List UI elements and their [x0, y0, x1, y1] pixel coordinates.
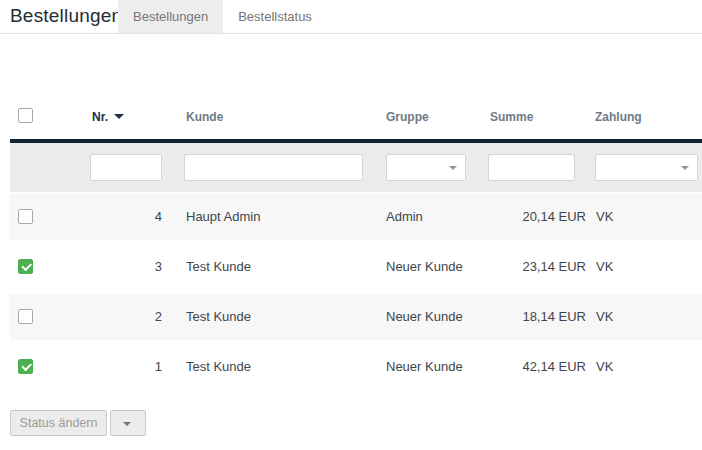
tab-strip: Bestellungen Bestellstatus	[118, 0, 327, 33]
cell-kunde: Test Kunde	[186, 342, 251, 392]
cell-nr: 3	[90, 242, 162, 292]
filter-select-gruppe[interactable]	[386, 154, 466, 181]
filter-input-kunde[interactable]	[184, 154, 363, 181]
filter-input-summe[interactable]	[488, 154, 575, 181]
row-checkbox[interactable]	[18, 309, 33, 324]
filter-row	[10, 143, 702, 192]
table-row[interactable]: 4 Haupt Admin Admin 20,14 EUR VK	[10, 192, 702, 242]
table-row[interactable]: 3 Test Kunde Neuer Kunde 23,14 EUR VK	[10, 242, 702, 292]
cell-nr: 2	[90, 292, 162, 342]
column-header-nr[interactable]: Nr.	[92, 110, 124, 124]
cell-kunde: Haupt Admin	[186, 192, 260, 242]
tab-bestellungen[interactable]: Bestellungen	[118, 0, 223, 33]
filter-input-nr[interactable]	[90, 154, 162, 181]
cell-gruppe: Neuer Kunde	[386, 242, 463, 292]
cell-kunde: Test Kunde	[186, 292, 251, 342]
cell-kunde: Test Kunde	[186, 242, 251, 292]
cell-gruppe: Admin	[386, 192, 423, 242]
cell-zahlung: VK	[596, 242, 613, 292]
cell-nr: 1	[90, 342, 162, 392]
filter-select-zahlung[interactable]	[595, 154, 698, 181]
cell-summe: 20,14 EUR	[488, 192, 586, 242]
sort-desc-icon[interactable]	[114, 114, 124, 119]
column-header-kunde[interactable]: Kunde	[186, 110, 223, 124]
top-bar: Bestellungen Bestellungen Bestellstatus	[0, 0, 702, 34]
table-row[interactable]: 2 Test Kunde Neuer Kunde 18,14 EUR VK	[10, 292, 702, 342]
column-header-gruppe[interactable]: Gruppe	[386, 110, 429, 124]
dropdown-caret-icon	[123, 422, 131, 426]
cell-summe: 42,14 EUR	[488, 342, 586, 392]
select-all-checkbox[interactable]	[18, 108, 33, 123]
orders-table: Nr. Kunde Gruppe Summe Zahlung 4 Haupt A…	[10, 95, 702, 392]
row-checkbox[interactable]	[18, 359, 33, 374]
cell-summe: 18,14 EUR	[488, 292, 586, 342]
page-title: Bestellungen	[10, 5, 122, 27]
row-checkbox[interactable]	[18, 259, 33, 274]
tab-bestellstatus[interactable]: Bestellstatus	[223, 0, 327, 33]
cell-zahlung: VK	[596, 192, 613, 242]
dropdown-caret-icon	[449, 166, 457, 170]
cell-zahlung: VK	[596, 292, 613, 342]
cell-summe: 23,14 EUR	[488, 242, 586, 292]
cell-zahlung: VK	[596, 342, 613, 392]
column-header-summe[interactable]: Summe	[490, 110, 533, 124]
column-header-nr-label: Nr.	[92, 110, 108, 124]
cell-nr: 4	[90, 192, 162, 242]
table-header-row: Nr. Kunde Gruppe Summe Zahlung	[10, 95, 702, 143]
table-row[interactable]: 1 Test Kunde Neuer Kunde 42,14 EUR VK	[10, 342, 702, 392]
cell-gruppe: Neuer Kunde	[386, 342, 463, 392]
status-change-dropdown-button[interactable]	[110, 410, 146, 436]
row-checkbox[interactable]	[18, 209, 33, 224]
cell-gruppe: Neuer Kunde	[386, 292, 463, 342]
status-change-button[interactable]: Status ändern	[10, 410, 107, 436]
column-header-zahlung[interactable]: Zahlung	[595, 110, 642, 124]
dropdown-caret-icon	[681, 166, 689, 170]
